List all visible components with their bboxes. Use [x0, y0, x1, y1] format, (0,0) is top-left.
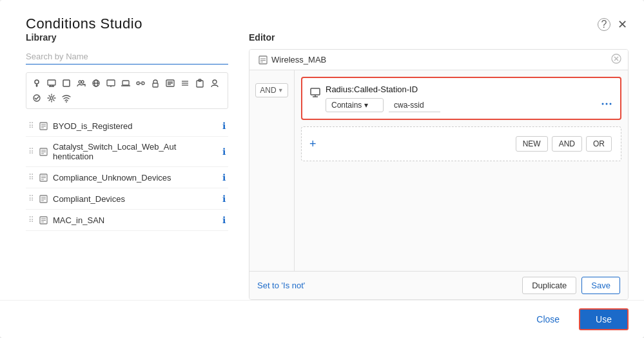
drag-handle: ⠿ [28, 173, 34, 182]
conditions-area: Radius:Called-Station-ID Contains ▾ cwa-… [295, 70, 628, 271]
item-label: MAC_in_SAN [53, 215, 217, 225]
list-item[interactable]: ⠿ Catalyst_Switch_Local_Web_Authenticati… [26, 137, 228, 167]
chevron-down-icon: ▼ [278, 87, 284, 94]
set-not-link[interactable]: Set to 'Is not' [257, 281, 305, 290]
duplicate-button[interactable]: Duplicate [522, 277, 576, 294]
list-item[interactable]: ⠿ Compliant_Devices ℹ [26, 188, 228, 210]
item-label: Catalyst_Switch_Local_Web_Authentication [53, 142, 217, 161]
svg-point-7 [81, 81, 84, 83]
drag-handle: ⠿ [28, 194, 34, 203]
svg-point-26 [213, 80, 217, 84]
info-icon[interactable]: ℹ [222, 121, 226, 131]
device-icon [310, 84, 320, 100]
icon-bar [26, 72, 228, 109]
editor-content: Wireless_MAB AND ▼ [249, 49, 629, 300]
icon-clipboard[interactable] [193, 77, 206, 90]
modal-header: Conditions Studio ? ✕ [0, 0, 644, 32]
icon-wifi[interactable] [60, 92, 73, 104]
modal-body: Library [0, 32, 644, 300]
list-item[interactable]: ⠿ MAC_in_SAN ℹ [26, 210, 228, 231]
header-icons: ? ✕ [598, 15, 629, 31]
operator-select[interactable]: Contains ▾ [326, 98, 384, 112]
svg-point-28 [50, 97, 53, 99]
library-list: ⠿ BYOD_is_Registered ℹ ⠿ Catalyst_Switch… [26, 115, 228, 300]
help-icon[interactable]: ? [598, 18, 610, 31]
editor-close-btn[interactable] [611, 54, 621, 64]
library-label: Library [26, 32, 228, 43]
add-plus-button[interactable]: + [309, 137, 317, 151]
and-column: AND ▼ [249, 70, 295, 271]
icon-check[interactable] [30, 92, 43, 104]
svg-rect-5 [63, 80, 70, 86]
more-options-icon[interactable] [601, 99, 612, 111]
search-wrap [26, 49, 228, 65]
icon-users[interactable] [75, 77, 88, 90]
condition-details: Radius:Called-Station-ID Contains ▾ cwa-… [326, 84, 612, 112]
icon-user[interactable] [208, 77, 221, 90]
library-panel: Library [26, 32, 239, 300]
icon-square[interactable] [60, 77, 73, 90]
icon-link[interactable] [134, 77, 147, 90]
drag-handle: ⠿ [28, 215, 34, 224]
and-button[interactable]: AND [552, 136, 582, 152]
modal-footer: Close Use [0, 300, 644, 338]
icon-location[interactable] [30, 77, 43, 90]
svg-point-60 [602, 103, 604, 105]
new-button[interactable]: NEW [516, 136, 548, 152]
svg-point-61 [606, 103, 608, 105]
file-icon [39, 148, 48, 156]
item-label: BYOD_is_Registered [53, 121, 217, 131]
close-button[interactable]: Close [523, 310, 572, 329]
conditions-studio-modal: Conditions Studio ? ✕ Library [0, 0, 644, 338]
editor-footer: Set to 'Is not' Duplicate Save [249, 271, 628, 299]
or-button[interactable]: OR [586, 136, 612, 152]
condition-row: Contains ▾ cwa-ssid [326, 98, 612, 112]
add-buttons: NEW AND OR [516, 136, 612, 152]
condition-value[interactable]: cwa-ssid [389, 99, 440, 112]
icon-gear[interactable] [45, 92, 58, 104]
svg-rect-57 [311, 88, 320, 95]
list-item[interactable]: ⠿ BYOD_is_Registered ℹ [26, 115, 228, 137]
icon-list2[interactable] [179, 77, 191, 90]
icon-globe[interactable] [90, 77, 102, 90]
svg-rect-1 [48, 80, 55, 85]
condition-attribute: Radius:Called-Station-ID [326, 84, 612, 94]
editor-main: AND ▼ Radius:Called-Station-ID [249, 70, 628, 271]
footer-action-buttons: Duplicate Save [522, 277, 620, 294]
editor-label: Editor [249, 32, 629, 43]
drag-handle: ⠿ [28, 147, 34, 156]
add-row-block: + NEW AND OR [301, 126, 621, 161]
drag-handle: ⠿ [28, 121, 34, 130]
svg-rect-16 [153, 83, 158, 87]
info-icon[interactable]: ℹ [222, 194, 226, 204]
editor-top-bar: Wireless_MAB [249, 50, 628, 70]
item-label: Compliant_Devices [53, 194, 217, 204]
icon-laptop[interactable] [119, 77, 132, 90]
icon-desktop[interactable] [104, 77, 117, 90]
and-badge[interactable]: AND ▼ [255, 83, 288, 97]
icon-list1[interactable] [164, 77, 177, 90]
list-item[interactable]: ⠿ Compliance_Unknown_Devices ℹ [26, 167, 228, 188]
info-icon[interactable]: ℹ [222, 172, 226, 183]
file-icon [39, 195, 48, 203]
info-icon[interactable]: ℹ [222, 215, 226, 225]
icon-monitor[interactable] [45, 77, 58, 90]
editor-panel: Editor Wireless_MAB [239, 32, 629, 300]
save-button[interactable]: Save [581, 277, 620, 294]
svg-point-62 [610, 103, 612, 105]
search-input[interactable] [26, 49, 228, 65]
file-icon [39, 216, 48, 224]
svg-rect-13 [122, 81, 129, 85]
use-button[interactable]: Use [579, 308, 629, 330]
info-icon[interactable]: ℹ [222, 146, 226, 157]
editor-title: Wireless_MAB [271, 55, 326, 65]
svg-point-29 [66, 101, 67, 103]
icon-lock[interactable] [149, 77, 162, 90]
file-icon [39, 174, 48, 182]
condition-block: Radius:Called-Station-ID Contains ▾ cwa-… [301, 77, 621, 120]
editor-title-wrap: Wireless_MAB [259, 55, 326, 65]
close-icon[interactable]: ✕ [616, 18, 629, 31]
svg-rect-11 [107, 80, 115, 86]
svg-point-0 [35, 80, 39, 84]
file-icon [39, 122, 48, 130]
